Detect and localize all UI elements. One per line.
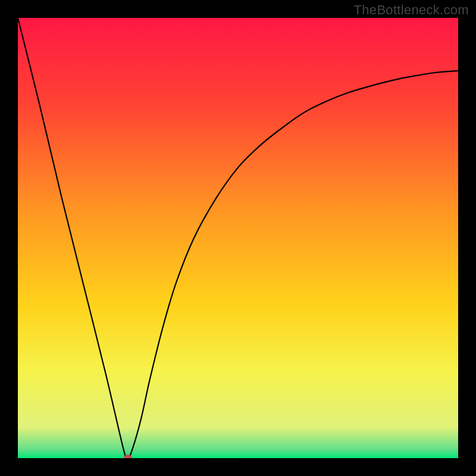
plot-area (18, 18, 458, 458)
chart-root: TheBottleneck.com (0, 0, 476, 476)
site-watermark: TheBottleneck.com (354, 2, 469, 18)
bottleneck-gradient (18, 18, 458, 458)
svg-rect-0 (18, 18, 458, 458)
